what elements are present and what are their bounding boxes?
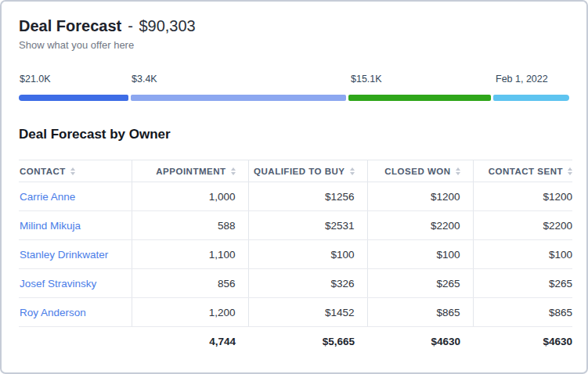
deal-forecast-card: Deal Forecast- $90,303 Show what you off…	[0, 0, 588, 374]
column-header-contact-sent[interactable]: CONTACT SENT	[473, 160, 572, 182]
page-title-text: Deal Forecast	[19, 17, 121, 34]
contact-link[interactable]: Milind Mikuja	[20, 220, 81, 232]
table-row: Roy Anderson 1,200 $1452 $865 $865	[19, 298, 572, 327]
contact-sent-cell: $100	[473, 240, 572, 269]
totals-row: 4,744 $5,665 $4630 $4630	[19, 327, 572, 356]
table-row: Stanley Drinkwater 1,100 $100 $100 $100	[19, 240, 572, 269]
forecast-total-amount: $90,303	[139, 17, 195, 34]
stage-label-4: Feb 1, 2022	[496, 74, 548, 85]
qualified-cell: $100	[248, 240, 367, 269]
closed-won-cell: $100	[367, 240, 473, 269]
closed-won-cell: $2200	[367, 211, 473, 240]
column-header-contact[interactable]: CONTACT	[19, 160, 132, 182]
closed-won-cell: $265	[367, 269, 473, 298]
sort-icon[interactable]	[70, 167, 75, 175]
qualified-cell: $326	[248, 269, 367, 298]
contact-cell: Milind Mikuja	[19, 211, 132, 240]
column-header-label: CONTACT	[20, 167, 66, 176]
column-header-label: APPOINTMENT	[156, 167, 225, 176]
column-header-closed-won[interactable]: CLOSED WON	[367, 160, 473, 182]
table-row: Carrie Anne 1,000 $1256 $1200 $1200	[19, 182, 572, 211]
column-header-label: QUALIFIED TO BUY	[254, 167, 345, 176]
contact-link[interactable]: Stanley Drinkwater	[20, 249, 108, 261]
sort-icon[interactable]	[456, 167, 460, 175]
sort-icon[interactable]	[568, 167, 572, 175]
contact-cell: Carrie Anne	[19, 182, 132, 211]
contact-sent-cell: $2200	[473, 211, 572, 240]
table-header-row: CONTACT APPOINTMENT QUALIFIED TO BUY CLO…	[19, 160, 572, 182]
column-header-label: CONTACT SENT	[489, 167, 563, 176]
appointment-cell: 1,000	[132, 182, 248, 211]
totals-closed-won: $4630	[367, 327, 473, 356]
column-header-qualified-to-buy[interactable]: QUALIFIED TO BUY	[248, 160, 367, 182]
closed-won-cell: $1200	[367, 182, 473, 211]
stage-label-3: $15.1K	[351, 74, 382, 85]
appointment-cell: 1,200	[132, 298, 248, 327]
deal-stage-labels: $21.0K $3.4K $15.1K Feb 1, 2022	[19, 74, 569, 86]
sort-icon[interactable]	[231, 167, 236, 175]
contact-link[interactable]: Carrie Anne	[20, 191, 75, 203]
totals-qualified: $5,665	[248, 327, 367, 356]
contact-cell: Josef Stravinsky	[19, 269, 132, 298]
totals-appointment: 4,744	[132, 327, 248, 356]
stage-label-2: $3.4K	[132, 74, 157, 85]
table-row: Josef Stravinsky 856 $326 $265 $265	[19, 269, 572, 298]
progress-segment-3	[348, 95, 491, 101]
contact-sent-cell: $265	[473, 269, 572, 298]
stage-label-1: $21.0K	[20, 74, 51, 85]
contact-cell: Stanley Drinkwater	[19, 240, 132, 269]
appointment-cell: 856	[132, 269, 248, 298]
page-title: Deal Forecast- $90,303	[19, 16, 569, 36]
qualified-cell: $2531	[248, 211, 367, 240]
appointment-cell: 1,100	[132, 240, 248, 269]
closed-won-cell: $865	[367, 298, 473, 327]
qualified-cell: $1452	[248, 298, 367, 327]
totals-empty-cell	[19, 327, 132, 356]
progress-segment-2	[131, 95, 346, 101]
column-header-appointment[interactable]: APPOINTMENT	[132, 160, 248, 182]
deal-stage-progress-bar	[19, 95, 569, 101]
title-dash: -	[128, 17, 133, 34]
section-title: Deal Forecast by Owner	[19, 125, 569, 143]
sort-icon[interactable]	[350, 167, 355, 175]
column-header-label: CLOSED WON	[384, 167, 450, 176]
contact-cell: Roy Anderson	[19, 298, 132, 327]
table-row: Milind Mikuja 588 $2531 $2200 $2200	[19, 211, 572, 240]
contact-sent-cell: $865	[473, 298, 572, 327]
qualified-cell: $1256	[248, 182, 367, 211]
contact-sent-cell: $1200	[473, 182, 572, 211]
contact-link[interactable]: Roy Anderson	[20, 307, 86, 318]
totals-contact-sent: $4630	[473, 327, 572, 356]
contact-link[interactable]: Josef Stravinsky	[20, 278, 96, 289]
deal-forecast-table: CONTACT APPOINTMENT QUALIFIED TO BUY CLO…	[19, 160, 572, 356]
progress-segment-4	[493, 95, 569, 101]
progress-segment-1	[19, 95, 128, 101]
appointment-cell: 588	[132, 211, 248, 240]
page-subtitle: Show what you offer here	[19, 38, 569, 52]
